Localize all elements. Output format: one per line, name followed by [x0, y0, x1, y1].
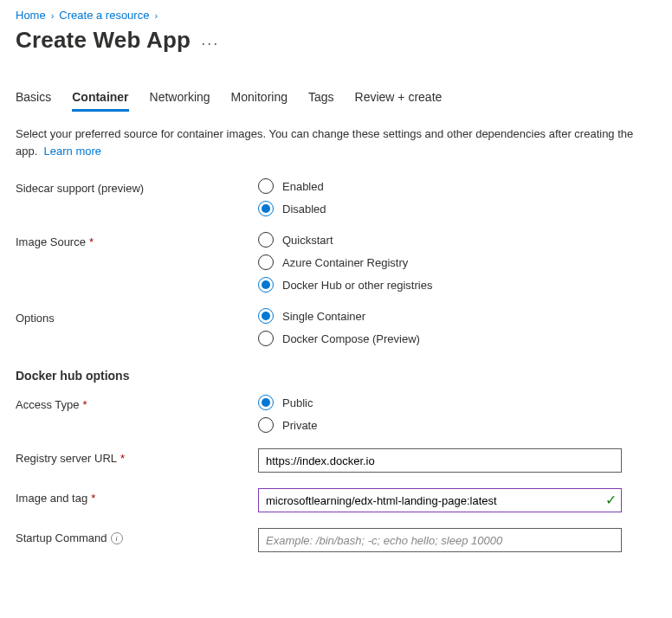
page-title: Create Web App — [16, 27, 191, 54]
radio-image-quickstart[interactable]: Quickstart — [258, 232, 622, 248]
tab-container[interactable]: Container — [72, 85, 128, 112]
tab-basics[interactable]: Basics — [16, 85, 51, 112]
radio-option-compose[interactable]: Docker Compose (Preview) — [258, 331, 622, 346]
checkmark-icon: ✓ — [605, 493, 617, 507]
page-header: Create Web App ··· — [16, 27, 656, 54]
more-actions-icon[interactable]: ··· — [201, 30, 219, 51]
chevron-right-icon: › — [51, 10, 55, 21]
chevron-right-icon: › — [154, 10, 158, 21]
label-options: Options — [16, 308, 258, 325]
radio-access-private[interactable]: Private — [258, 417, 622, 433]
info-icon[interactable]: i — [111, 532, 123, 544]
learn-more-link[interactable]: Learn more — [44, 145, 101, 158]
tab-tags[interactable]: Tags — [308, 85, 334, 112]
tab-review[interactable]: Review + create — [355, 85, 443, 112]
radio-image-acr[interactable]: Azure Container Registry — [258, 254, 622, 270]
tab-networking[interactable]: Networking — [150, 85, 210, 112]
tabs: Basics Container Networking Monitoring T… — [16, 85, 656, 112]
startup-cmd-input[interactable] — [258, 528, 622, 552]
label-sidecar: Sidecar support (preview) — [16, 178, 258, 195]
section-docker-hub: Docker hub options — [16, 369, 656, 383]
breadcrumb: Home › Create a resource › — [16, 9, 656, 22]
image-tag-input[interactable] — [258, 488, 622, 512]
label-image-tag: Image and tag* — [16, 488, 258, 505]
registry-url-input[interactable] — [258, 448, 622, 473]
label-access-type: Access Type* — [16, 395, 258, 411]
radio-image-dockerhub[interactable]: Docker Hub or other registries — [258, 277, 622, 293]
label-image-source: Image Source* — [16, 232, 258, 248]
radio-access-public[interactable]: Public — [258, 395, 622, 410]
label-startup-cmd: Startup Command i — [16, 528, 258, 544]
description-text: Select your preferred source for contain… — [16, 126, 648, 159]
tab-monitoring[interactable]: Monitoring — [231, 85, 288, 112]
radio-sidecar-enabled[interactable]: Enabled — [258, 178, 622, 194]
label-registry-url: Registry server URL* — [16, 448, 258, 465]
breadcrumb-create-resource[interactable]: Create a resource — [59, 9, 149, 22]
radio-sidecar-disabled[interactable]: Disabled — [258, 201, 622, 216]
breadcrumb-home[interactable]: Home — [16, 9, 46, 22]
radio-option-single[interactable]: Single Container — [258, 308, 622, 324]
